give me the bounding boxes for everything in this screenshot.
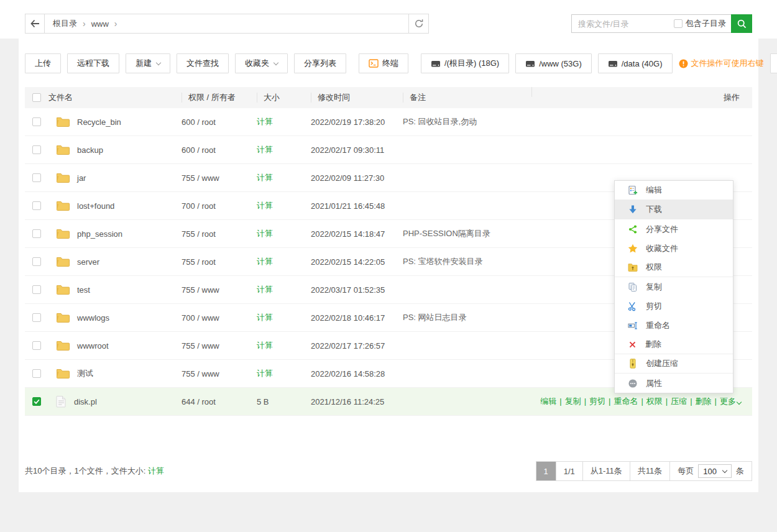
permission-owner: 600 / root — [182, 145, 257, 155]
permission-owner: 700 / www — [182, 313, 257, 323]
menu-item-cut[interactable]: 剪切 — [615, 296, 733, 316]
menu-item-edit[interactable]: 编辑 — [615, 181, 733, 200]
page-number-current[interactable]: 1 — [536, 462, 556, 480]
menu-item-compress[interactable]: 创建压缩 — [615, 354, 733, 374]
menu-item-rename[interactable]: 重命名 — [615, 316, 733, 335]
header-mtime[interactable]: 修改时间 — [311, 93, 403, 103]
file-name-cell: backup — [48, 144, 182, 155]
row-checkbox[interactable] — [32, 229, 41, 238]
calc-size-link[interactable]: 计算 — [257, 173, 273, 182]
folder-icon — [56, 312, 70, 323]
calc-size-link[interactable]: 计算 — [257, 229, 273, 238]
action-more[interactable]: 更多 — [720, 397, 736, 406]
per-page-select[interactable]: 100 — [698, 464, 732, 478]
calc-size-link[interactable]: 计算 — [257, 201, 273, 210]
file-name-cell: server — [48, 256, 182, 267]
size-cell: 计算 — [257, 368, 311, 379]
breadcrumb-current[interactable]: www — [91, 19, 109, 29]
modified-time: 2022/02/18 10:46:17 — [311, 313, 403, 323]
action-compress[interactable]: 压缩 — [671, 397, 687, 406]
chevron-down-icon — [737, 400, 742, 405]
file-name[interactable]: test — [77, 285, 90, 295]
action-edit[interactable]: 编辑 — [540, 397, 556, 406]
row-checkbox[interactable] — [32, 369, 41, 378]
file-find-button[interactable]: 文件查找 — [177, 53, 229, 73]
file-name-cell: 测试 — [48, 368, 182, 379]
modified-time: 2022/02/19 17:38:20 — [311, 117, 403, 127]
menu-item-delete[interactable]: 删除 — [615, 335, 733, 354]
action-copy[interactable]: 复制 — [565, 397, 581, 406]
calc-size-link[interactable]: 计算 — [257, 313, 273, 322]
file-name[interactable]: Recycle_bin — [77, 117, 121, 127]
file-name[interactable]: server — [77, 257, 99, 267]
select-all-checkbox[interactable] — [32, 93, 41, 102]
file-name[interactable]: jar — [77, 173, 86, 183]
calc-size-link[interactable]: 计算 — [257, 257, 273, 266]
context-menu: 编辑 下载 分享文件 收藏文件 权限 复制 剪切 重命名 删除 创建压缩 属性 — [614, 180, 733, 393]
file-name[interactable]: lost+found — [77, 201, 114, 211]
menu-item-copy[interactable]: 复制 — [615, 277, 733, 296]
row-checkbox[interactable] — [32, 285, 41, 294]
action-rename[interactable]: 重命名 — [614, 397, 638, 406]
row-checkbox[interactable] — [32, 257, 41, 266]
file-name[interactable]: disk.pl — [74, 397, 97, 406]
page-range: 从1-11条 — [582, 462, 630, 480]
share-list-button[interactable]: 分享列表 — [294, 53, 346, 73]
file-name[interactable]: wwwroot — [77, 341, 109, 351]
favorites-dropdown-button[interactable]: 收藏夹 — [235, 53, 288, 73]
breadcrumb-root[interactable]: 根目录 — [53, 18, 77, 29]
back-button[interactable] — [25, 14, 45, 33]
refresh-button[interactable] — [408, 14, 428, 33]
folder-icon — [56, 228, 70, 239]
upload-button[interactable]: 上传 — [25, 53, 61, 73]
file-name[interactable]: wwwlogs — [77, 313, 109, 323]
remote-download-button[interactable]: 远程下载 — [67, 53, 119, 73]
star-icon — [628, 244, 638, 254]
calc-size-link[interactable]: 计算 — [257, 285, 273, 294]
action-cut[interactable]: 剪切 — [589, 397, 605, 406]
row-checkbox[interactable] — [32, 117, 41, 126]
calc-total-size-link[interactable]: 计算 — [148, 466, 164, 475]
include-subdir-option[interactable]: 包含子目录 — [674, 18, 731, 29]
menu-item-properties[interactable]: 属性 — [615, 374, 733, 393]
menu-item-permission[interactable]: 权限 — [615, 258, 733, 277]
row-checkbox-cell — [25, 397, 48, 406]
menu-item-download[interactable]: 下载 — [615, 200, 733, 219]
row-checkbox[interactable] — [32, 201, 41, 210]
new-dropdown-button[interactable]: 新建 — [126, 53, 170, 73]
terminal-button[interactable]: 终端 — [359, 53, 408, 73]
calc-size-link[interactable]: 计算 — [257, 341, 273, 350]
pagination: 1 1/1 从1-11条 共11条 每页 100 条 — [536, 461, 752, 481]
disk-www-button[interactable]: /www (53G) — [515, 53, 592, 73]
menu-item-share[interactable]: 分享文件 — [615, 219, 733, 239]
edit-icon — [628, 185, 638, 195]
action-permission[interactable]: 权限 — [646, 397, 663, 406]
file-name[interactable]: backup — [77, 145, 103, 155]
disk-root-button[interactable]: /(根目录) (18G) — [421, 53, 509, 73]
row-checkbox[interactable] — [32, 173, 41, 182]
calc-size-link[interactable]: 计算 — [257, 117, 273, 126]
modified-time: 2022/02/17 09:30:11 — [311, 145, 403, 155]
search-input[interactable] — [572, 19, 674, 29]
include-subdir-checkbox[interactable] — [674, 19, 683, 28]
permission-owner: 755 / root — [182, 229, 257, 239]
row-checkbox[interactable] — [32, 145, 41, 154]
calc-size-link[interactable]: 计算 — [257, 145, 273, 154]
row-checkbox[interactable] — [32, 341, 41, 350]
action-separator: | — [584, 397, 586, 406]
header-size[interactable]: 大小 — [257, 93, 311, 103]
calc-size-link[interactable]: 计算 — [257, 369, 273, 378]
row-checkbox[interactable] — [32, 313, 41, 322]
file-name[interactable]: php_session — [77, 229, 122, 239]
permission-owner: 755 / root — [182, 257, 257, 267]
disk-data-button[interactable]: /data (40G) — [598, 53, 673, 73]
search-button[interactable] — [731, 14, 752, 33]
permission-owner: 755 / www — [182, 285, 257, 295]
row-checkbox-checked[interactable] — [32, 397, 41, 406]
menu-item-favorite[interactable]: 收藏文件 — [615, 239, 733, 258]
header-name[interactable]: 文件名 — [48, 92, 182, 103]
modified-time: 2022/02/15 14:18:47 — [311, 229, 403, 239]
action-delete[interactable]: 删除 — [696, 397, 712, 406]
file-name[interactable]: 测试 — [77, 368, 93, 379]
recycle-bin-button[interactable]: 回收站 — [770, 53, 777, 73]
